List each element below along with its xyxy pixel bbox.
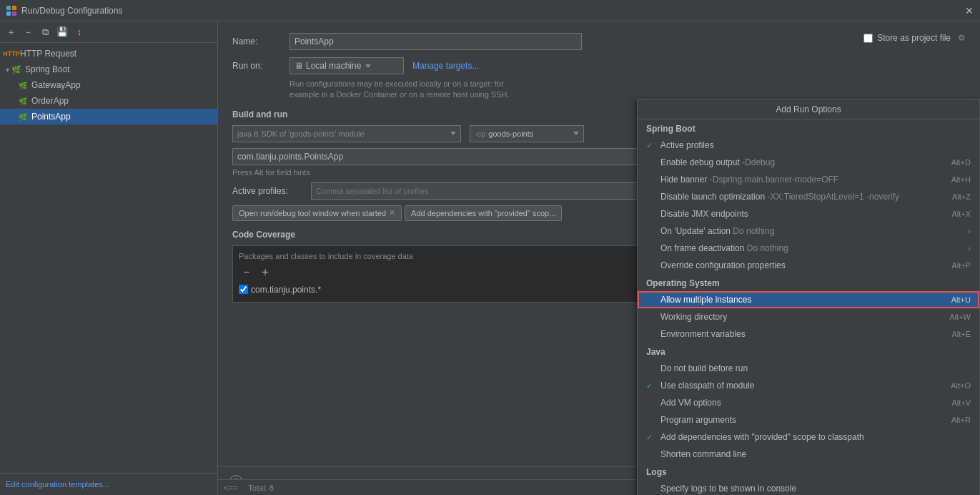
cp-chevron bbox=[573, 132, 579, 135]
move-up-button[interactable]: ↕ bbox=[71, 24, 87, 40]
sidebar-item-spring-boot[interactable]: ▾ 🌿 Spring Boot bbox=[0, 62, 217, 77]
manage-targets-link[interactable]: Manage targets... bbox=[412, 61, 479, 71]
panel-item-use-classpath[interactable]: ✓ Use classpath of module Alt+O bbox=[638, 377, 979, 394]
svg-rect-2 bbox=[6, 11, 11, 16]
active-profiles-check: ✓ bbox=[646, 141, 656, 150]
tag-run-debug: Open run/debug tool window when started … bbox=[232, 205, 402, 221]
name-label: Name: bbox=[232, 36, 289, 46]
sidebar-item-http-request[interactable]: HTTP HTTP Request bbox=[0, 46, 217, 62]
order-icon: 🌿 bbox=[17, 95, 29, 107]
allow-multiple-label: Allow multiple instances bbox=[660, 295, 751, 305]
coverage-add-btn[interactable]: ＋ bbox=[257, 265, 273, 280]
title-bar: Run/Debug Configurations ✕ bbox=[0, 0, 980, 21]
tag-run-debug-label: Open run/debug tool window when started bbox=[239, 209, 386, 217]
panel-item-active-profiles[interactable]: ✓ Active profiles bbox=[638, 137, 979, 154]
sidebar-tree: HTTP HTTP Request ▾ 🌿 Spring Boot 🌿 Gate… bbox=[0, 43, 217, 473]
coverage-item-label: com.tianju.points.* bbox=[251, 285, 321, 295]
panel-item-specify-logs[interactable]: Specify logs to be shown in console bbox=[638, 480, 979, 495]
panel-item-hide-banner[interactable]: Hide banner -Dspring.main.banner-mode=OF… bbox=[638, 171, 979, 188]
content-area: Name: Store as project file ⚙ Run on: 🖥 … bbox=[218, 21, 980, 495]
svg-rect-0 bbox=[6, 6, 11, 10]
main-container: ＋ － ⧉ 💾 ↕ HTTP HTTP Request ▾ 🌿 Spring B… bbox=[0, 21, 980, 495]
sidebar-toolbar: ＋ － ⧉ 💾 ↕ bbox=[0, 21, 217, 43]
name-input[interactable] bbox=[289, 33, 582, 50]
sidebar: ＋ － ⧉ 💾 ↕ HTTP HTTP Request ▾ 🌿 Spring B… bbox=[0, 21, 218, 495]
status-left: <== Total: 8 bbox=[224, 484, 274, 492]
panel-item-prog-args[interactable]: Program arguments Alt+R bbox=[638, 411, 979, 428]
panel-section-logs: Logs bbox=[638, 463, 979, 480]
panel-item-env-vars[interactable]: Environment variables Alt+E bbox=[638, 325, 979, 343]
local-machine-icon: 🖥 bbox=[295, 61, 303, 71]
panel-item-add-deps-classpath[interactable]: ✓ Add dependencies with "provided" scope… bbox=[638, 428, 979, 446]
run-on-label: Run on: bbox=[232, 61, 289, 71]
run-on-row: Run on: 🖥 Local machine Manage targets..… bbox=[232, 57, 966, 74]
close-button[interactable]: ✕ bbox=[964, 6, 974, 16]
tag-run-debug-close[interactable]: ✕ bbox=[389, 208, 395, 217]
panel-section-spring-boot: Spring Boot bbox=[638, 119, 979, 137]
spring-icon: 🌿 bbox=[11, 64, 22, 75]
sidebar-item-gateway-app[interactable]: 🌿 GatewayApp bbox=[0, 77, 217, 93]
panel-item-disable-launch[interactable]: Disable launch optimization -XX:TieredSt… bbox=[638, 188, 979, 205]
panel-title: Add Run Options bbox=[638, 99, 979, 119]
sidebar-bottom: Edit configuration templates... bbox=[0, 473, 217, 495]
sidebar-item-order-app[interactable]: 🌿 OrderApp bbox=[0, 93, 217, 109]
panel-item-disable-jmx[interactable]: Disable JMX endpoints Alt+X bbox=[638, 205, 979, 222]
panel-item-vm-options[interactable]: Add VM options Alt+V bbox=[638, 394, 979, 411]
tag-add-deps-label: Add dependencies with "provided" scop... bbox=[411, 209, 555, 217]
working-directory-label: Working directory bbox=[660, 312, 727, 322]
points-icon: 🌿 bbox=[17, 111, 29, 122]
panel-item-on-frame[interactable]: On frame deactivation Do nothing › bbox=[638, 240, 979, 257]
panel-section-java: Java bbox=[638, 343, 979, 360]
panel-item-allow-multiple[interactable]: Allow multiple instances Alt+U bbox=[638, 291, 979, 308]
coverage-item-checkbox[interactable] bbox=[239, 285, 248, 294]
window-icon bbox=[6, 5, 17, 16]
panel-item-shorten-cmd[interactable]: Shorten command line bbox=[638, 446, 979, 463]
store-checkbox[interactable] bbox=[863, 34, 873, 43]
copy-config-button[interactable]: ⧉ bbox=[37, 24, 53, 40]
cp-select[interactable]: -cp goods-points bbox=[470, 125, 584, 142]
sdk-select[interactable]: java 8 SDK of 'goods-points' module bbox=[232, 125, 461, 142]
profiles-label: Active profiles: bbox=[232, 186, 311, 196]
store-row: Store as project file ⚙ bbox=[863, 33, 966, 43]
run-on-chevron bbox=[365, 64, 371, 68]
http-icon: HTTP bbox=[6, 48, 17, 59]
run-desc: Run configurations may be executed local… bbox=[289, 79, 966, 101]
status-total: Total: 8 bbox=[248, 484, 273, 492]
panel-item-override-config[interactable]: Override configuration properties Alt+P bbox=[638, 257, 979, 274]
sdk-chevron bbox=[450, 132, 456, 135]
svg-rect-1 bbox=[12, 6, 16, 10]
save-config-button[interactable]: 💾 bbox=[54, 24, 70, 40]
remove-config-button[interactable]: － bbox=[20, 24, 36, 40]
store-label: Store as project file bbox=[877, 33, 951, 43]
window-title: Run/Debug Configurations bbox=[21, 6, 964, 16]
gateway-icon: 🌿 bbox=[17, 79, 29, 91]
run-on-select[interactable]: 🖥 Local machine bbox=[289, 57, 404, 74]
panel-item-no-build[interactable]: Do not build before run bbox=[638, 360, 979, 377]
panel-section-os: Operating System bbox=[638, 274, 979, 291]
run-on-value: Local machine bbox=[306, 61, 361, 71]
add-config-button[interactable]: ＋ bbox=[3, 24, 19, 40]
panel-item-enable-debug[interactable]: Enable debug output -Ddebug Alt+D bbox=[638, 154, 979, 171]
status-arrow: <== bbox=[224, 484, 237, 492]
add-run-options-panel: Add Run Options Spring Boot ✓ Active pro… bbox=[637, 99, 980, 495]
edit-templates-link[interactable]: Edit configuration templates... bbox=[6, 480, 109, 489]
panel-item-on-update[interactable]: On 'Update' action Do nothing › bbox=[638, 222, 979, 240]
svg-rect-3 bbox=[12, 11, 16, 16]
tag-add-deps: Add dependencies with "provided" scop... bbox=[405, 205, 562, 221]
coverage-remove-btn[interactable]: － bbox=[239, 265, 254, 280]
sidebar-item-points-app[interactable]: 🌿 PointsApp bbox=[0, 109, 217, 124]
panel-item-working-directory[interactable]: Working directory Alt+W bbox=[638, 308, 979, 325]
